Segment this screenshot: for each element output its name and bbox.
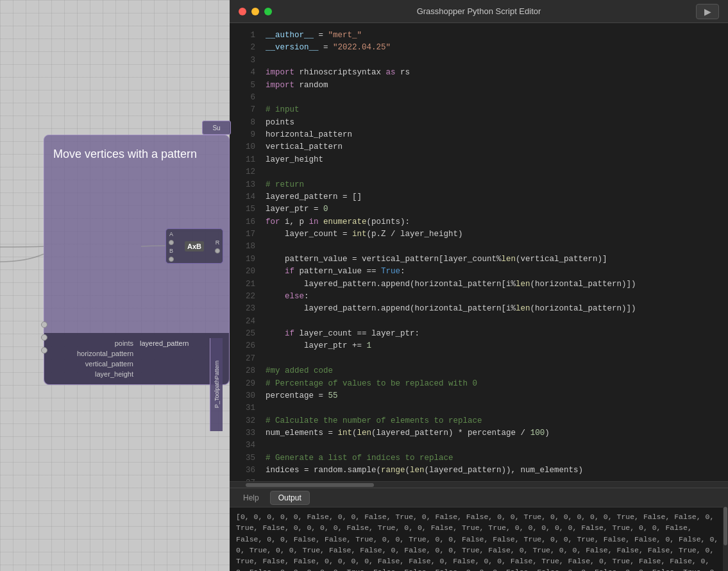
port-left-3[interactable] <box>41 347 47 354</box>
port-a-dot[interactable] <box>169 240 174 245</box>
code-line-25: 25 if layer_count == layer_ptr: <box>230 328 728 340</box>
port-r-dot[interactable] <box>215 248 220 253</box>
code-line-2: 2 __version__ = "2022.04.25" <box>230 42 728 54</box>
code-line-13: 13 # return <box>230 179 728 191</box>
code-line-7: 7 # input <box>230 104 728 116</box>
minimize-button[interactable] <box>251 8 259 15</box>
code-line-32: 32 # Calculate the number of elements to… <box>230 415 728 427</box>
code-line-1: 1 __author__ = "mert_" <box>230 30 728 42</box>
code-line-14: 14 layered_pattern = [] <box>230 191 728 203</box>
code-line-21: 21 layered_pattern.append(horizontal_pat… <box>230 278 728 291</box>
axb-node[interactable]: A B AxB R <box>165 228 223 264</box>
toolpath-label-text: P_ToolpathPattern <box>214 361 220 408</box>
code-line-33: 33 num_elements = int(len(layered_patter… <box>230 427 728 439</box>
h-scroll-thumb[interactable] <box>246 483 374 487</box>
code-line-3: 3 <box>230 55 728 67</box>
code-line-17: 17 layer_count = int(p.Z / layer_height) <box>230 228 728 241</box>
port-r-label: R <box>216 239 220 246</box>
code-line-29: 29 # Percentage of values to be replaced… <box>230 378 728 390</box>
code-line-35: 35 # Generate a list of indices to repla… <box>230 452 728 464</box>
input-layer-height: layer_height <box>51 369 133 379</box>
code-line-22: 22 else: <box>230 291 728 303</box>
port-b-label: B <box>169 248 173 254</box>
run-button[interactable]: ▶ <box>696 4 719 19</box>
code-line-4: 4 import rhinoscriptsyntax as rs <box>230 67 728 79</box>
code-line-19: 19 pattern_value = vertical_pattern[laye… <box>230 253 728 266</box>
grasshopper-canvas: Su Move vertices with a pattern points h… <box>0 0 230 571</box>
toolpath-panel: P_ToolpathPattern <box>210 338 223 431</box>
port-b-dot[interactable] <box>169 257 174 262</box>
title-bar: Grasshopper Python Script Editor ▶ <box>230 0 728 23</box>
code-line-28: 28 #my added code <box>230 365 728 377</box>
code-line-27: 27 <box>230 353 728 365</box>
axb-text: AxB <box>185 241 204 251</box>
main-node-title: Move vertices with a pattern <box>44 135 229 168</box>
window-controls <box>239 8 272 15</box>
code-editor: Grasshopper Python Script Editor ▶ 1 __a… <box>230 0 728 571</box>
axb-right-ports: R <box>215 239 220 253</box>
code-line-23: 23 layered_pattern.append(horizontal_pat… <box>230 303 728 315</box>
code-line-5: 5 import random <box>230 80 728 92</box>
code-line-15: 15 layer_ptr = 0 <box>230 203 728 216</box>
axb-inner: A B AxB R <box>166 229 223 263</box>
port-a-label: A <box>169 231 173 237</box>
bottom-tabs: Help Output <box>230 488 728 507</box>
port-left-1[interactable] <box>41 321 47 328</box>
axb-center: AxB <box>185 241 204 251</box>
code-line-36: 36 indices = random.sample(range(len(lay… <box>230 464 728 477</box>
output-scrollbar[interactable] <box>723 507 728 571</box>
axb-left-ports: A B <box>169 231 174 262</box>
output-wrapper: [0, 0, 0, 0, 0, False, 0, 0, False, True… <box>230 507 728 571</box>
window-title: Grasshopper Python Script Editor <box>417 6 541 16</box>
code-line-10: 10 vertical_pattern <box>230 141 728 153</box>
code-line-20: 20 if pattern_value == True: <box>230 266 728 278</box>
axb-ports: A B AxB R <box>169 230 220 262</box>
port-left-2[interactable] <box>41 334 47 341</box>
code-line-12: 12 <box>230 166 728 178</box>
code-line-24: 24 <box>230 316 728 328</box>
maximize-button[interactable] <box>264 8 272 15</box>
code-line-18: 18 <box>230 241 728 253</box>
sub-node[interactable]: Su <box>202 121 231 135</box>
output-scroll-thumb[interactable] <box>724 507 727 545</box>
output-panel[interactable]: [0, 0, 0, 0, 0, False, 0, 0, False, True… <box>230 507 728 571</box>
code-line-8: 8 points <box>230 117 728 129</box>
code-editor-area[interactable]: 1 __author__ = "mert_" 2 __version__ = "… <box>230 23 728 481</box>
code-line-34: 34 <box>230 439 728 452</box>
horizontal-scrollbar[interactable] <box>230 481 728 488</box>
code-line-30: 30 percentage = 55 <box>230 390 728 402</box>
input-points: points <box>51 338 133 348</box>
sub-node-label: Su <box>212 124 220 132</box>
input-vertical: vertical_pattern <box>51 359 133 369</box>
code-line-6: 6 <box>230 92 728 104</box>
io-panel: points horizontal_pattern vertical_patte… <box>44 333 229 384</box>
tab-output[interactable]: Output <box>270 491 310 505</box>
tab-help[interactable]: Help <box>235 491 267 505</box>
code-line-26: 26 layer_ptr += 1 <box>230 340 728 352</box>
close-button[interactable] <box>239 8 246 15</box>
code-line-31: 31 <box>230 402 728 414</box>
code-line-11: 11 layer_height <box>230 154 728 166</box>
input-horizontal: horizontal_pattern <box>51 348 133 359</box>
code-line-16: 16 for i, p in enumerate(points): <box>230 216 728 228</box>
code-line-9: 9 horizontal_pattern <box>230 129 728 141</box>
